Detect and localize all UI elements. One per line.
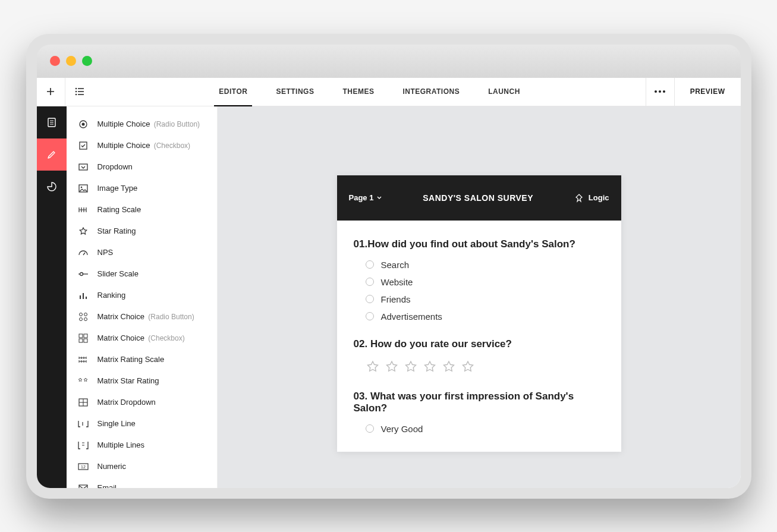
- field-type-matrix-star[interactable]: Matrix Star Rating: [67, 370, 217, 392]
- field-type-matrix-check[interactable]: Matrix Choice (Checkbox): [67, 328, 217, 349]
- star-rating: [354, 360, 605, 374]
- list-icon: [75, 87, 84, 96]
- numeric-icon: 12: [77, 461, 89, 473]
- tab-launch[interactable]: LAUNCH: [488, 78, 520, 106]
- svg-point-16: [79, 317, 82, 320]
- tab-integrations[interactable]: INTEGRATIONS: [402, 78, 460, 106]
- preview-button[interactable]: PREVIEW: [674, 78, 741, 106]
- field-type-matrix-radio[interactable]: Matrix Choice (Radio Button): [67, 306, 217, 328]
- tab-settings[interactable]: SETTINGS: [276, 78, 314, 106]
- rail-item-pages[interactable]: [37, 106, 67, 138]
- question-1[interactable]: 01.How did you find out about Sandy's Sa…: [354, 238, 605, 322]
- field-type-dropdown[interactable]: Dropdown: [67, 156, 217, 178]
- rail-item-design[interactable]: [37, 138, 67, 171]
- star-icon[interactable]: [385, 360, 399, 374]
- slider-icon: [77, 268, 89, 280]
- svg-point-8: [81, 122, 84, 125]
- field-label: Multiple Choice (Checkbox): [97, 141, 191, 150]
- field-type-ranking[interactable]: Ranking: [67, 285, 217, 306]
- field-type-nps[interactable]: NPS: [67, 242, 217, 263]
- field-type-image[interactable]: Image Type: [67, 178, 217, 199]
- list-toggle-button[interactable]: [65, 78, 94, 106]
- image-icon: [77, 182, 89, 194]
- logic-button[interactable]: Logic: [574, 193, 609, 203]
- nps-icon: [77, 247, 89, 259]
- pie-chart-icon: [46, 181, 57, 192]
- ranking-icon: [77, 289, 89, 301]
- field-type-matrix-dropdown[interactable]: Matrix Dropdown: [67, 392, 217, 413]
- field-label: Slider Scale: [97, 269, 139, 278]
- field-type-numeric[interactable]: 12Numeric: [67, 456, 217, 477]
- matrix-rating-icon: [77, 354, 89, 366]
- device-frame: EDITOR SETTINGS THEMES INTEGRATIONS LAUN…: [26, 34, 751, 499]
- app: EDITOR SETTINGS THEMES INTEGRATIONS LAUN…: [37, 78, 741, 488]
- page-selector[interactable]: Page 1: [349, 193, 382, 202]
- field-type-slider[interactable]: Slider Scale: [67, 263, 217, 285]
- traffic-maximize-icon[interactable]: [82, 56, 92, 66]
- field-label: Matrix Dropdown: [97, 398, 156, 407]
- field-type-checkbox[interactable]: Multiple Choice (Checkbox): [67, 135, 217, 156]
- svg-point-5: [663, 90, 665, 93]
- tab-themes[interactable]: THEMES: [342, 78, 374, 106]
- traffic-close-icon[interactable]: [50, 56, 60, 66]
- field-type-star[interactable]: Star Rating: [67, 221, 217, 242]
- question-text: 01.How did you find out about Sandy's Sa…: [354, 238, 605, 250]
- more-menu-button[interactable]: [646, 78, 674, 106]
- question-options: SearchWebsiteFriendsAdvertisements: [354, 260, 605, 322]
- svg-point-0: [75, 88, 76, 89]
- field-type-rating[interactable]: Rating Scale: [67, 199, 217, 221]
- dots-icon: [654, 90, 666, 93]
- chevron-down-icon: [377, 196, 382, 200]
- field-label: Matrix Choice (Checkbox): [97, 333, 185, 342]
- star-icon[interactable]: [442, 360, 456, 374]
- canvas: Page 1 SANDY'S SALON SURVEY Logic 01.How…: [218, 106, 741, 488]
- option-label: Search: [381, 260, 410, 270]
- traffic-minimize-icon[interactable]: [66, 56, 76, 66]
- svg-point-4: [659, 90, 661, 93]
- checkbox-icon: [77, 140, 89, 152]
- star-icon[interactable]: [461, 360, 475, 374]
- rail-item-reports[interactable]: [37, 171, 67, 203]
- field-type-multi-line[interactable]: Multiple Lines: [67, 435, 217, 456]
- field-label: Star Rating: [97, 226, 136, 235]
- add-button[interactable]: [37, 78, 65, 106]
- field-type-email[interactable]: Email: [67, 477, 217, 488]
- field-label: Multiple Lines: [97, 440, 145, 449]
- option-label: Very Good: [381, 424, 423, 434]
- star-icon[interactable]: [404, 360, 418, 374]
- field-type-radio[interactable]: Multiple Choice (Radio Button): [67, 114, 217, 135]
- matrix-dropdown-icon: [77, 396, 89, 408]
- matrix-radio-icon: [77, 311, 89, 323]
- star-icon: [77, 225, 89, 237]
- field-type-matrix-rating[interactable]: Matrix Rating Scale: [67, 349, 217, 370]
- option[interactable]: Very Good: [366, 424, 605, 434]
- field-label: Matrix Star Rating: [97, 376, 159, 385]
- survey-body: 01.How did you find out about Sandy's Sa…: [337, 221, 621, 452]
- star-icon[interactable]: [423, 360, 437, 374]
- field-label: NPS: [97, 248, 114, 257]
- tab-editor[interactable]: EDITOR: [219, 78, 247, 106]
- page-selector-label: Page 1: [349, 193, 374, 202]
- option[interactable]: Friends: [366, 294, 605, 304]
- option-label: Friends: [381, 294, 411, 304]
- option[interactable]: Website: [366, 277, 605, 287]
- radio-icon: [366, 278, 374, 286]
- radio-icon: [366, 260, 374, 269]
- option[interactable]: Advertisements: [366, 311, 605, 322]
- plus-icon: [46, 87, 55, 96]
- svg-point-12: [80, 186, 82, 188]
- question-2[interactable]: 02. How do you rate our service?: [354, 338, 605, 374]
- svg-point-13: [80, 272, 83, 275]
- svg-rect-19: [84, 334, 87, 338]
- rating-icon: [77, 204, 89, 216]
- multi-line-icon: [77, 439, 89, 451]
- question-3[interactable]: 03. What was your first impression of Sa…: [354, 391, 605, 434]
- star-icon[interactable]: [366, 360, 380, 374]
- svg-point-14: [79, 313, 82, 316]
- svg-point-2: [75, 94, 76, 95]
- radio-icon: [77, 118, 89, 130]
- app-body: Multiple Choice (Radio Button)Multiple C…: [37, 106, 741, 488]
- top-bar: EDITOR SETTINGS THEMES INTEGRATIONS LAUN…: [37, 78, 741, 106]
- option[interactable]: Search: [366, 260, 605, 270]
- field-type-single-line[interactable]: Single Line: [67, 413, 217, 435]
